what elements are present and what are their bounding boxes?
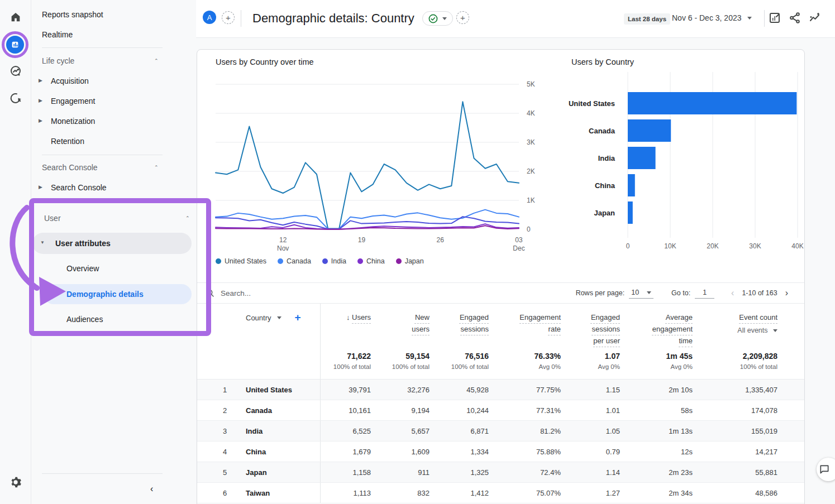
date-range-picker[interactable]: Nov 6 - Dec 3, 2023 [672,13,752,22]
expand-arrow-icon[interactable]: ▶ [39,184,42,190]
add-dimension-icon[interactable]: + [295,311,301,324]
sidebar-item-realtime[interactable]: Realtime [42,25,73,45]
legend-item[interactable]: Canada [278,257,311,265]
goto-page-input[interactable]: 1 [695,287,714,299]
home-icon[interactable] [7,9,24,26]
insights-icon[interactable] [808,11,822,25]
column-header[interactable]: Event countAll events [693,304,777,352]
column-header[interactable]: ↓ Users [320,304,371,352]
users-by-country-bar-chart: 010K20K30K40KUnited StatesCanadaIndiaChi… [543,50,805,284]
row-rank: 2 [197,400,238,421]
row-rank: 4 [197,441,238,462]
row-metric-cell: 45,928 [430,380,489,400]
row-metric-cell: 39,791 [320,380,371,400]
legend-item[interactable]: Japan [396,257,424,265]
row-metric-cell: 2m 10s [620,380,693,400]
row-metric-cell: 1,325 [430,462,489,483]
add-comparison-icon[interactable]: + [222,11,235,24]
reports-icon[interactable] [6,36,24,54]
next-page-icon[interactable]: › [782,288,791,298]
search-input[interactable] [221,289,388,297]
rows-per-page-select[interactable]: 10 [629,287,653,299]
column-header[interactable]: Average engagement time [620,304,693,352]
sidebar-item-acquisition[interactable]: Acquisition [51,71,89,91]
sidebar-item-audiences[interactable]: Audiences [66,309,103,329]
collapse-chevron-icon[interactable]: ⌃ [185,215,190,221]
sidebar-section-life-cycle[interactable]: Life cycle [42,51,74,71]
svg-text:30K: 30K [749,242,761,250]
page-title: Demographic details: Country [252,11,414,26]
column-header[interactable]: Engagement rate [489,304,561,352]
table-row: 5Japan1,1589111,32572.4%1.142m 23s55,881 [197,462,805,483]
avatar[interactable]: A [203,11,216,24]
column-header[interactable]: Engaged sessions per user [561,304,620,352]
sidebar-item-user-attributes[interactable]: User attributes [55,233,111,253]
expand-arrow-icon[interactable]: ▶ [39,78,42,83]
totals-cell: 1.07Avg 0% [561,352,620,380]
column-subfilter[interactable]: All events [693,327,777,334]
row-metric-cell: 5,657 [371,421,430,441]
sidebar-item-overview[interactable]: Overview [66,258,99,279]
sidebar-item-retention[interactable]: Retention [51,131,84,151]
row-metric-cell: 911 [371,462,430,483]
sidebar-item-engagement[interactable]: Engagement [51,91,95,111]
svg-text:5K: 5K [527,80,535,88]
row-metric-cell: 174,078 [693,400,777,421]
row-country: India [238,421,320,441]
expand-arrow-icon[interactable]: ▶ [39,98,42,103]
row-country: Canada [238,400,320,421]
table-row: 1United States39,79132,27645,92877.75%1.… [197,380,805,400]
collapse-chevron-icon[interactable]: ⌃ [154,165,159,170]
customize-report-icon[interactable] [768,11,781,25]
column-header[interactable]: New users [371,304,430,352]
dimension-select[interactable]: Country+ [238,311,320,324]
add-report-icon[interactable]: + [456,11,469,24]
legend-label: China [366,257,385,265]
totals-row: 71,622100% of total59,154100% of total76… [197,352,805,380]
collapse-sidebar-icon[interactable]: ‹ [150,479,153,499]
sidebar-item-monetization[interactable]: Monetization [51,111,95,131]
table-header-row: Country+↓ UsersNew usersEngaged sessions… [197,304,805,352]
svg-text:3K: 3K [527,138,535,146]
column-header[interactable]: Engaged sessions [430,304,489,352]
feedback-bubble-icon [819,464,830,475]
row-metric-cell: 58s [620,400,693,421]
row-metric-cell: 10,161 [320,400,371,421]
totals-cell: 2,209,828100% of total [693,352,777,380]
advertising-icon[interactable] [7,90,24,107]
row-metric-cell: 0.79 [561,441,620,462]
row-rank: 5 [197,462,238,483]
collapse-arrow-icon[interactable]: ▼ [40,240,45,245]
collapse-chevron-icon[interactable]: ⌃ [154,58,159,64]
expand-arrow-icon[interactable]: ▶ [39,118,42,123]
row-metric-cell: 72.4% [489,462,561,483]
prev-page-icon[interactable]: ‹ [728,288,737,298]
sidebar-item-reports-snapshot[interactable]: Reports snapshot [42,4,103,25]
legend-item[interactable]: China [357,257,385,265]
row-metric-cell: 32,276 [371,380,430,400]
sidebar-section-search-console[interactable]: Search Console [42,157,98,177]
svg-text:12: 12 [279,236,287,244]
share-icon[interactable] [788,11,801,25]
chevron-down-icon [773,329,777,332]
row-country: Japan [238,462,320,483]
report-status-pill[interactable] [422,11,453,26]
row-metric-cell: 1,609 [371,441,430,462]
row-metric-cell: 1.14 [561,462,620,483]
totals-cell: 76.33%Avg 0% [489,352,561,380]
main-area: A + Demographic details: Country + Last … [196,0,835,504]
table-row: 2Canada10,1619,19410,24477.31%1.0158s174… [197,400,805,421]
legend-label: Canada [287,257,311,265]
legend-label: United States [225,257,266,265]
legend-item[interactable]: United States [216,257,266,265]
row-metric-cell: 1,113 [320,483,371,503]
sidebar-item-search-console[interactable]: Search Console [51,177,107,198]
goto-label: Go to: [671,289,690,297]
sidebar-item-demographic-details[interactable]: Demographic details [66,284,144,304]
settings-gear-icon[interactable] [7,474,24,491]
explore-icon[interactable] [7,63,24,80]
sidebar-section-user[interactable]: User [44,208,61,228]
row-metric-cell: 9,194 [371,400,430,421]
row-metric-cell: 77.31% [489,400,561,421]
legend-item[interactable]: India [322,257,346,265]
